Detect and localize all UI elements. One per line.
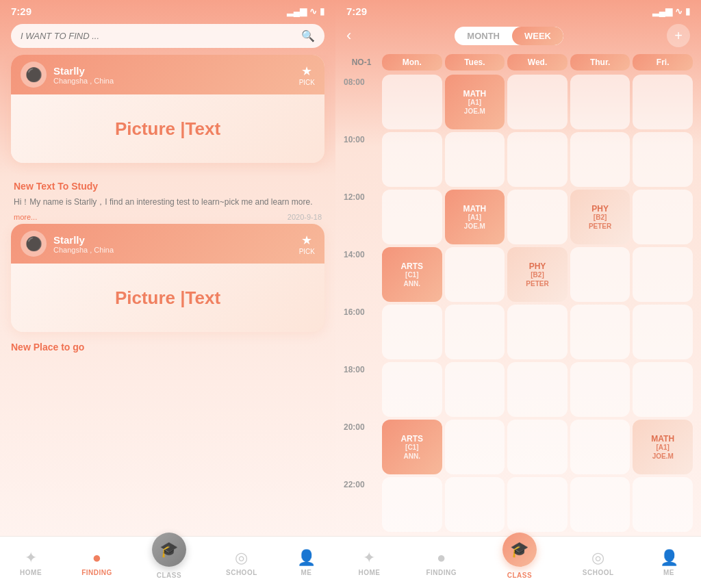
slot-2000-wed (507, 420, 568, 474)
slot-0800-tues[interactable]: MATH [A1] JOE.M (445, 75, 505, 129)
picture-text-2: Picture |Text (115, 287, 220, 309)
home-label-left: HOME (20, 569, 42, 576)
slot-1600-mon (382, 305, 442, 359)
user-location-1: Changsha , China (53, 77, 114, 85)
right-bottom-nav: ✦ HOME ● FINDING 🎓 CLASS ◎ SCHOOL 👤 ME (335, 536, 701, 588)
add-button[interactable]: + (667, 24, 690, 47)
card-2-user: ⚫ Starlly Changsha , China (21, 231, 114, 257)
picture-text-1: Picture |Text (115, 118, 220, 140)
search-input[interactable] (21, 31, 296, 41)
slot-subject: MATH (463, 89, 487, 99)
slot-1000-thur (570, 132, 630, 187)
signal-icon: ▂▄▆ (287, 6, 307, 16)
left-panel: 7:29 ▂▄▆ ∿ ▮ 🔍 ⚫ Starlly Changsha , Chin… (0, 0, 335, 588)
user-location-2: Changsha , China (53, 246, 114, 254)
day-headers: NO-1 Mon. Tues. Wed. Thur. Fri. (342, 54, 694, 71)
slot-room: [C1] (405, 444, 418, 451)
slot-room: [C1] (405, 271, 418, 279)
finding-label-right: FINDING (426, 569, 457, 576)
slot-1200-tues[interactable]: MATH [A1] JOE.M (445, 190, 505, 244)
slot-1000-fri (633, 132, 693, 187)
slot-room: [B2] (531, 271, 544, 279)
slot-1400-mon[interactable]: ARTS [C1] ANN. (382, 247, 442, 302)
slot-1600-fri (633, 305, 693, 359)
search-bar-wrap: 🔍 (0, 20, 335, 55)
nav-school-left[interactable]: ◎ SCHOOL (226, 549, 257, 576)
slot-2000-mon[interactable]: ARTS [C1] ANN. (382, 420, 442, 474)
section-title: New Place to go (11, 342, 324, 353)
slot-room: [A1] (656, 444, 669, 451)
slot-subject: PHY (529, 261, 546, 271)
slot-1400-fri (633, 247, 693, 302)
slot-1400-wed[interactable]: PHY [B2] PETER (507, 247, 568, 302)
right-signal-icon: ▂▄▆ (652, 6, 672, 16)
slot-teacher: JOE.M (652, 452, 674, 460)
slot-1600-thur (570, 305, 630, 359)
left-time: 7:29 (11, 5, 31, 17)
pick-btn-1[interactable]: ★ PICK (299, 64, 315, 86)
week-tab[interactable]: WEEK (512, 27, 563, 45)
home-icon-right: ✦ (363, 549, 375, 567)
nav-class-right[interactable]: 🎓 CLASS (502, 546, 537, 579)
slot-2200-fri (633, 477, 693, 532)
slot-subject: ARTS (400, 261, 423, 271)
nav-me-right[interactable]: 👤 ME (660, 549, 678, 576)
left-status-icons: ▂▄▆ ∿ ▮ (287, 6, 324, 16)
slot-subject: MATH (651, 434, 674, 444)
slot-1800-wed (507, 362, 568, 417)
me-icon-left: 👤 (297, 549, 316, 567)
slot-2200-wed (507, 477, 568, 532)
time-1800: 18:00 (344, 362, 379, 417)
school-label-left: SCHOOL (226, 569, 257, 576)
slot-room: [B2] (594, 214, 607, 221)
more-link-1[interactable]: more... (14, 213, 37, 221)
me-label-right: ME (663, 569, 674, 576)
card-2-image: Picture |Text (11, 264, 324, 332)
right-wifi-icon: ∿ (675, 6, 683, 16)
slot-1200-fri (633, 190, 693, 244)
text-footer-1: more... 2020-9-18 (14, 213, 322, 221)
month-tab[interactable]: MONTH (455, 27, 512, 45)
day-header-tues: Tues. (445, 54, 505, 71)
back-button[interactable]: ‹ (346, 27, 351, 44)
card-2-header: ⚫ Starlly Changsha , China ★ PICK (11, 224, 324, 264)
school-icon-right: ◎ (591, 549, 604, 567)
nav-home-left[interactable]: ✦ HOME (20, 549, 42, 576)
nav-home-right[interactable]: ✦ HOME (358, 549, 380, 576)
month-week-toggle: MONTH WEEK (455, 27, 563, 45)
card-2: ⚫ Starlly Changsha , China ★ PICK Pictur… (11, 224, 324, 332)
avatar-2: ⚫ (21, 231, 47, 257)
slot-teacher: JOE.M (464, 222, 485, 230)
pick-btn-2[interactable]: ★ PICK (299, 233, 315, 255)
user-name-1: Starlly (53, 65, 114, 77)
nav-class-left[interactable]: 🎓 CLASS (152, 546, 186, 579)
day-header-wed: Wed. (507, 54, 568, 71)
slot-2000-fri[interactable]: MATH [A1] JOE.M (633, 420, 693, 474)
nav-finding-right[interactable]: ● FINDING (426, 549, 457, 576)
text-body-1: Hi！My name is Starlly，I find an interest… (14, 196, 322, 209)
slot-0800-wed (507, 75, 568, 129)
slot-teacher: ANN. (404, 280, 420, 287)
week-header: ‹ MONTH WEEK + (335, 20, 701, 54)
slot-1200-thur[interactable]: PHY [B2] PETER (570, 190, 630, 244)
finding-icon-left: ● (92, 549, 101, 567)
nav-me-left[interactable]: 👤 ME (297, 549, 316, 576)
time-grid: 08:00 MATH [A1] JOE.M 10:00 12:00 MATH [… (342, 75, 694, 532)
slot-2000-tues (445, 420, 505, 474)
day-header-mon: Mon. (382, 54, 442, 71)
finding-label-left: FINDING (81, 569, 112, 576)
right-time: 7:29 (346, 5, 367, 17)
text-title-1: New Text To Study (14, 181, 322, 192)
finding-icon-right: ● (437, 549, 446, 567)
day-header-fri: Fri. (633, 54, 693, 71)
schedule-area: NO-1 Mon. Tues. Wed. Thur. Fri. 08:00 MA… (335, 54, 701, 588)
right-status-bar: 7:29 ▂▄▆ ∿ ▮ (335, 0, 701, 20)
search-icon[interactable]: 🔍 (301, 29, 315, 42)
slot-room: [A1] (468, 99, 481, 106)
nav-finding-left[interactable]: ● FINDING (81, 549, 112, 576)
nav-school-right[interactable]: ◎ SCHOOL (583, 549, 614, 576)
slot-2000-thur (570, 420, 630, 474)
school-label-right: SCHOOL (583, 569, 614, 576)
slot-1600-tues (445, 305, 505, 359)
right-battery-icon: ▮ (685, 6, 690, 16)
